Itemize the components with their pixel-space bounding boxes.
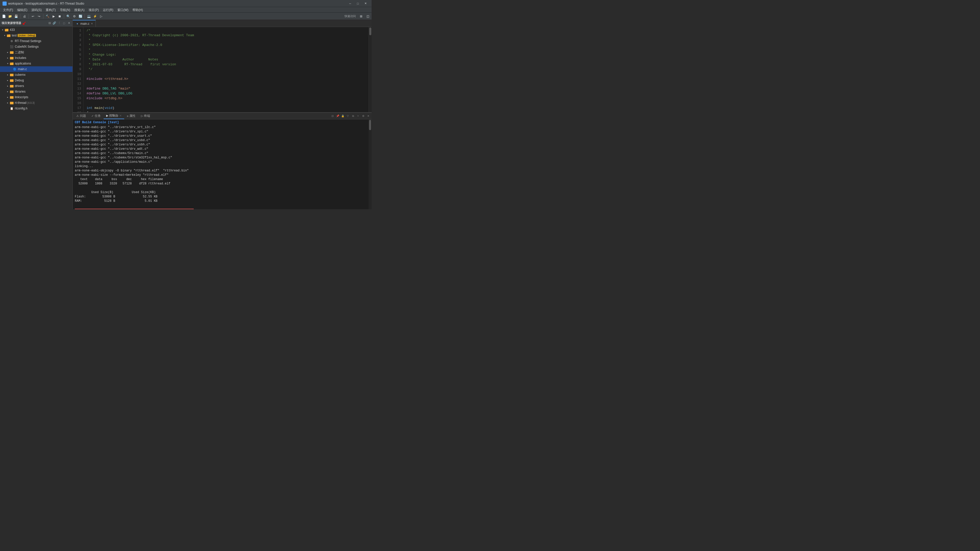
- tree-item-applications[interactable]: ▾ applications: [0, 61, 73, 66]
- tree-item-cubemx-settings[interactable]: ⬛ CubeMX Settings: [0, 44, 73, 49]
- spacer-rtconfig: [6, 107, 9, 110]
- undo-button[interactable]: ↩: [30, 14, 36, 19]
- bottom-tab-problems[interactable]: ⚠ 问题: [74, 113, 89, 119]
- toolbar-view-btn[interactable]: ◫: [365, 14, 371, 19]
- console-filter-button[interactable]: ▽: [345, 114, 350, 118]
- line-num-13: 13: [73, 86, 83, 91]
- editor-scrollbar[interactable]: [369, 27, 372, 112]
- svg-rect-8: [10, 74, 14, 76]
- tree-item-433[interactable]: ▾ 433: [0, 27, 73, 33]
- toolbar-sep-2: [29, 14, 29, 19]
- toolbar-layout-btn[interactable]: ⊞: [358, 14, 364, 19]
- tree-label-test: test: [12, 34, 17, 37]
- console-tab-close[interactable]: ✕: [119, 114, 121, 117]
- tree-item-cubemx[interactable]: ▸ cubemx: [0, 72, 73, 78]
- menu-source[interactable]: 源码(S): [29, 7, 44, 13]
- console-line-4: arm-none-eabi-gcc "../drivers/drv_usbh.c…: [75, 143, 366, 147]
- tree-item-rt-thread-settings[interactable]: ⚙ RT-Thread Settings: [0, 38, 73, 44]
- menu-refactor[interactable]: 重构(T): [44, 7, 58, 13]
- link-editor-button[interactable]: 🔗: [52, 21, 56, 25]
- arrow-icon-debug: ▸: [6, 79, 9, 82]
- close-button[interactable]: ✕: [362, 1, 369, 6]
- problems-icon: ⚠: [76, 114, 79, 118]
- debug-button[interactable]: ▶: [51, 14, 56, 19]
- minimize-button[interactable]: ─: [347, 1, 354, 6]
- chip-button[interactable]: 💻: [86, 14, 92, 19]
- main-container: 项目资源管理器 ↙ ⊟ 🔗 ⋮ □ ✕ ▾ 433: [0, 20, 372, 209]
- refresh-button[interactable]: 🔄: [78, 14, 83, 19]
- menu-file[interactable]: 文件(F): [1, 7, 15, 13]
- toolbar: 📄 📁 💾 🖨 ↩ ↪ 🔨 ▶ ⏹ 🔍 ⚙ 🔄 💻 ⚡ ▷ 快速访问 ⊞ ◫: [0, 13, 372, 20]
- collapse-all-button[interactable]: ⊟: [48, 21, 52, 25]
- menu-navigate[interactable]: 导航(N): [58, 7, 73, 13]
- flash-button[interactable]: ⚡: [92, 14, 98, 19]
- sidebar-header: 项目资源管理器 ↙ ⊟ 🔗 ⋮ □ ✕: [0, 20, 73, 27]
- line-num-5: 5: [73, 48, 83, 52]
- console-line-14: Used Size(B) Used Size(KB): [75, 190, 366, 195]
- tree-item-rt-thread[interactable]: ▸ rt-thread [4.0.3]: [0, 100, 73, 106]
- tree-item-libraries[interactable]: ▸ libraries: [0, 89, 73, 94]
- new-button[interactable]: 📄: [1, 14, 6, 19]
- tab-close-button[interactable]: ✕: [91, 22, 93, 25]
- console-scrollbar-thumb: [369, 120, 371, 130]
- tree-item-includes[interactable]: ▸ Includes ↙: [0, 55, 73, 61]
- console-clear-button[interactable]: ⊡: [330, 114, 335, 118]
- tree-item-linkscripts[interactable]: ▸ linkscripts: [0, 94, 73, 100]
- bottom-tab-tasks[interactable]: ✓ 任务: [89, 113, 103, 119]
- tree-item-rtconfig-h[interactable]: 📋 rtconfig.h: [0, 106, 73, 111]
- line-num-4: 4: [73, 43, 83, 48]
- sidebar-menu-button[interactable]: ⋮: [57, 21, 61, 25]
- settings-icon-rt: ⚙: [10, 39, 14, 43]
- console-copy-button[interactable]: ⧉: [351, 114, 355, 118]
- console-new-button[interactable]: +: [356, 114, 360, 118]
- line-num-6: 6: [73, 52, 83, 57]
- run-button[interactable]: ▷: [98, 14, 104, 19]
- settings-toolbar-button[interactable]: ⚙: [72, 14, 77, 19]
- console-pin-button[interactable]: 📌: [335, 114, 340, 118]
- minimize-sidebar-button[interactable]: □: [62, 21, 66, 25]
- bottom-tab-terminal[interactable]: ▷ 终端: [138, 113, 153, 119]
- app-icon: [3, 2, 6, 6]
- console-scrollbar[interactable]: [369, 119, 372, 209]
- console-line-blank: [75, 186, 366, 190]
- menu-window[interactable]: 窗口(W): [115, 7, 130, 13]
- tree-item-debug[interactable]: ▸ Debug: [0, 78, 73, 83]
- open-button[interactable]: 📁: [7, 14, 13, 19]
- svg-rect-11: [10, 91, 14, 93]
- tree-item-main-c[interactable]: 🔵 main.c: [0, 66, 73, 72]
- tree-item-test[interactable]: ▾ test [Active - Debug]: [0, 33, 73, 38]
- line-numbers: 1 2 3 4 5 6 7 8 9 10 11 12 13 14 15 16 1: [73, 27, 83, 112]
- menu-run[interactable]: 运行(R): [101, 7, 115, 13]
- save-button[interactable]: 💾: [13, 14, 19, 19]
- console-scroll-lock-button[interactable]: 🔒: [340, 114, 345, 118]
- console-settings-button[interactable]: ⚙: [361, 114, 366, 118]
- console-close-button[interactable]: ✕: [366, 114, 371, 118]
- menu-project[interactable]: 项目(P): [86, 7, 101, 13]
- menu-help[interactable]: 帮助(H): [130, 7, 145, 13]
- search-toolbar-button[interactable]: 🔍: [65, 14, 71, 19]
- bottom-tab-console[interactable]: ▶ 控制台 ✕: [103, 113, 124, 119]
- tab-main-c[interactable]: ● main.c ✕: [73, 20, 96, 27]
- folder-icon-applications: [10, 62, 14, 65]
- bottom-tab-properties[interactable]: ≡ 属性: [124, 113, 138, 119]
- code-line-3: *: [86, 38, 369, 43]
- menu-edit[interactable]: 编辑(E): [15, 7, 29, 13]
- code-editor[interactable]: /* * Copyright (c) 2006-2021, RT-Thread …: [83, 27, 369, 112]
- print-button[interactable]: 🖨: [22, 14, 27, 19]
- bottom-tabs: ⚠ 问题 ✓ 任务 ▶ 控制台 ✕ ≡ 属性: [73, 113, 372, 119]
- console-output: CDT Build Console [test] arm-none-eabi-g…: [73, 119, 369, 209]
- folder-icon-drivers: [10, 84, 14, 88]
- tree-label-debug: Debug: [15, 79, 24, 82]
- close-sidebar-button[interactable]: ✕: [67, 21, 71, 25]
- maximize-button[interactable]: □: [354, 1, 361, 6]
- tab-file-icon: ●: [75, 22, 80, 26]
- menu-search[interactable]: 搜索(A): [72, 7, 86, 13]
- tree-item-drivers[interactable]: ▸ drivers: [0, 83, 73, 89]
- svg-rect-3: [7, 35, 8, 35]
- folder-icon-test: [6, 33, 11, 38]
- tree-item-binary[interactable]: ▸ 二进制: [0, 49, 73, 55]
- code-line-5: *: [86, 48, 369, 52]
- redo-button[interactable]: ↪: [36, 14, 42, 19]
- build-button[interactable]: 🔨: [45, 14, 50, 19]
- stop-button[interactable]: ⏹: [57, 14, 62, 19]
